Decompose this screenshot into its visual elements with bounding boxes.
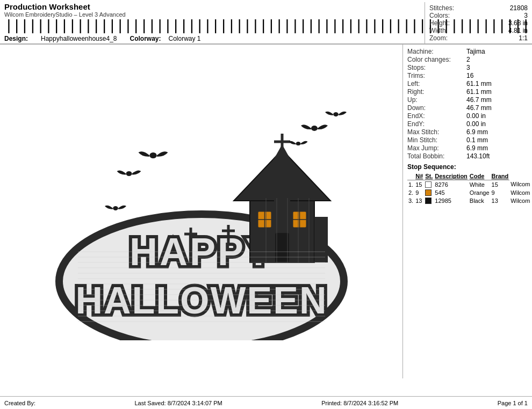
- last-saved: Last Saved: 8/7/2024 3:14:07 PM: [134, 400, 222, 406]
- row-desc: Black: [469, 196, 491, 204]
- row-n: 9: [414, 188, 424, 196]
- page-number: Page 1 of 1: [498, 400, 528, 406]
- max-stitch-value: 6.9 mm: [466, 128, 528, 136]
- right-label: Right:: [407, 88, 466, 96]
- max-jump-value: 6.9 mm: [466, 144, 528, 152]
- total-bobbin-value: 143.10ft: [466, 152, 528, 160]
- height-value: 3.68 in: [508, 19, 528, 27]
- zoom-label: Zoom:: [429, 34, 448, 42]
- colorway-value: Colorway 1: [169, 35, 201, 42]
- trims-label: Trims:: [407, 72, 466, 79]
- footer: Created By: Last Saved: 8/7/2024 3:14:07…: [0, 396, 532, 409]
- row-desc: White: [469, 180, 491, 189]
- col-st: St.: [424, 172, 434, 180]
- svg-rect-7: [274, 166, 290, 203]
- down-label: Down:: [407, 104, 466, 112]
- stop-sequence-table: N# St. Description Code Brand 1. 15 8276…: [407, 172, 531, 204]
- col-num: [407, 172, 414, 180]
- design-label: Design:: [4, 35, 28, 42]
- machine-label: Machine:: [407, 48, 466, 55]
- table-row: 2. 9 545 Orange 9 Wilcom: [407, 188, 531, 196]
- col-desc: Description: [434, 172, 469, 180]
- stitches-value: 21808: [510, 4, 528, 12]
- row-desc: Orange: [469, 188, 491, 196]
- max-stitch-label: Max Stitch:: [407, 128, 466, 136]
- svg-rect-17: [275, 233, 289, 262]
- min-stitch-value: 0.1 mm: [466, 136, 528, 144]
- row-n: 15: [414, 180, 424, 189]
- height-label: Height:: [429, 19, 450, 27]
- stops-value: 3: [466, 64, 528, 71]
- width-value: 4.81 in: [508, 27, 528, 34]
- design-preview: HAPPY HALLOWEEN HAPPY HALLOWEEN: [0, 45, 403, 378]
- printed: Printed: 8/7/2024 3:16:52 PM: [321, 400, 398, 406]
- max-jump-label: Max Jump:: [407, 144, 466, 152]
- svg-point-29: [113, 206, 118, 210]
- svg-point-28: [296, 142, 300, 145]
- col-n: N#: [414, 172, 424, 180]
- row-swatch: [424, 180, 434, 189]
- col-code: Code: [469, 172, 491, 180]
- stop-sequence: Stop Sequence: N# St. Description Code B…: [407, 163, 528, 204]
- svg-point-27: [126, 171, 132, 176]
- color-changes-value: 2: [466, 56, 528, 63]
- table-row: 1. 15 8276 White 15 Wilcom: [407, 180, 531, 189]
- endx-value: 0.00 in: [466, 112, 528, 120]
- right-value: 61.1 mm: [466, 88, 528, 96]
- svg-point-26: [149, 152, 156, 158]
- svg-point-25: [333, 112, 339, 116]
- row-st: 545: [434, 188, 469, 196]
- up-label: Up:: [407, 96, 466, 104]
- min-stitch-label: Min Stitch:: [407, 136, 466, 144]
- row-num: 2.: [407, 188, 414, 196]
- row-st: 8276: [434, 180, 469, 189]
- row-swatch: [424, 196, 434, 204]
- row-code: 13: [491, 196, 510, 204]
- row-brand: Wilcom: [509, 188, 531, 196]
- endy-value: 0.00 in: [466, 120, 528, 128]
- created-by: Created By:: [4, 400, 35, 406]
- row-code: 9: [491, 188, 510, 196]
- stop-sequence-title: Stop Sequence:: [407, 163, 528, 171]
- endx-label: EndX:: [407, 112, 466, 120]
- stitches-label: Stitches:: [429, 4, 454, 12]
- svg-point-24: [311, 126, 318, 131]
- down-value: 46.7 mm: [466, 104, 528, 112]
- machine-value: Tajima: [466, 48, 528, 55]
- row-brand: Wilcom: [509, 196, 531, 204]
- main-layout: HAPPY HALLOWEEN HAPPY HALLOWEEN: [0, 44, 532, 378]
- colors-value: 3: [524, 12, 528, 19]
- design-value: Happyhalloweenhouse4_8: [41, 35, 117, 42]
- row-swatch: [424, 188, 434, 196]
- left-value: 61.1 mm: [466, 80, 528, 87]
- row-brand: Wilcom: [509, 180, 531, 189]
- colors-label: Colors:: [429, 12, 450, 19]
- stops-label: Stops:: [407, 64, 466, 71]
- colorway-label: Colorway:: [130, 35, 161, 42]
- row-num: 1.: [407, 180, 414, 189]
- up-value: 46.7 mm: [466, 96, 528, 104]
- row-code: 15: [491, 180, 510, 189]
- svg-rect-18: [314, 217, 328, 262]
- endy-label: EndY:: [407, 120, 466, 128]
- col-brand: Brand: [491, 172, 510, 180]
- left-label: Left:: [407, 80, 466, 87]
- total-bobbin-label: Total Bobbin:: [407, 152, 466, 160]
- width-label: Width:: [429, 27, 448, 34]
- svg-text:HALLOWEEN: HALLOWEEN: [75, 280, 327, 322]
- row-st: 12985: [434, 196, 469, 204]
- table-row: 3. 13 12985 Black 13 Wilcom: [407, 196, 531, 204]
- color-changes-label: Color changes:: [407, 56, 466, 63]
- right-panel: Machine: Tajima Color changes: 2 Stops: …: [403, 45, 532, 378]
- row-num: 3.: [407, 196, 414, 204]
- zoom-value: 1:1: [519, 34, 528, 42]
- trims-value: 16: [466, 72, 528, 79]
- row-n: 13: [414, 196, 424, 204]
- top-stats-panel: Stitches: 21808 Colors: 3 Height: 3.68 i…: [425, 2, 532, 44]
